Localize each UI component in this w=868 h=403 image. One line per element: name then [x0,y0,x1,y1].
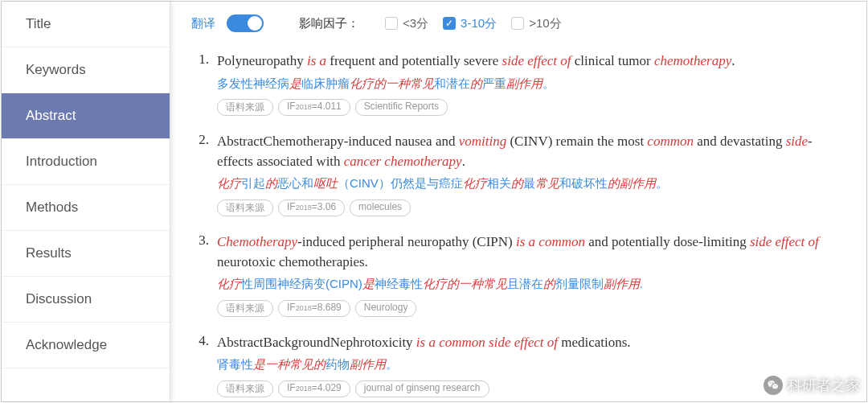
sentence-chinese: 化疗性周围神经病变(CIPN)是神经毒性化疗的一种常见且潜在的剂量限制副作用. [217,275,842,294]
sidebar-item-acknowledge[interactable]: Acknowledge [2,323,170,368]
filter-checkbox[interactable]: ✓3-10分 [443,16,497,31]
tag-impact-factor[interactable]: IF2018=4.011 [278,99,350,116]
sidebar-item-abstract[interactable]: Abstract [2,93,170,139]
result-entry: 1.Polyneuropathy is a frequent and poten… [191,51,842,116]
sidebar-item-keywords[interactable]: Keywords [2,47,170,93]
tag-impact-factor[interactable]: IF2018=4.029 [278,380,350,397]
tag-journal[interactable]: journal of ginseng research [355,380,489,397]
entry-tags: 语料来源IF2018=3.06molecules [217,199,842,216]
entry-number: 1. [191,51,209,116]
sidebar-item-results[interactable]: Results [2,231,170,277]
entry-number: 4. [191,333,209,397]
filter-label: 3-10分 [461,16,497,31]
main-content: 翻译 影响因子： <3分✓3-10分>10分 1.Polyneuropathy … [170,2,866,401]
sentence-english: AbstractChemotherapy-induced nausea and … [217,132,842,171]
filter-label: >10分 [529,16,561,31]
tag-impact-factor[interactable]: IF2018=3.06 [278,199,345,216]
sentence-chinese: 化疗引起的恶心和呕吐（CINV）仍然是与癌症化疗相关的最常见和破坏性的副作用。 [217,175,842,193]
sentence-chinese: 多发性神经病是临床肿瘤化疗的一种常见和潜在的严重副作用。 [217,75,842,93]
filter-checkbox[interactable]: >10分 [511,16,561,31]
sentence-chinese: 肾毒性是一种常见的药物副作用。 [217,356,842,374]
translate-toggle[interactable] [227,14,264,32]
entry-tags: 语料来源IF2018=8.689Neurology [217,300,842,317]
tag-journal[interactable]: Scientific Reports [355,99,448,116]
sidebar-item-title[interactable]: Title [2,2,170,47]
sidebar-item-introduction[interactable]: Introduction [2,139,170,185]
entry-number: 3. [191,232,209,317]
translate-label: 翻译 [191,16,215,31]
tag-source[interactable]: 语料来源 [217,99,273,116]
results-list: 1.Polyneuropathy is a frequent and poten… [191,51,842,397]
entry-tags: 语料来源IF2018=4.011Scientific Reports [217,99,842,116]
tag-journal[interactable]: Neurology [355,300,417,317]
entry-number: 2. [191,132,209,216]
toolbar: 翻译 影响因子： <3分✓3-10分>10分 [191,14,842,32]
tag-source[interactable]: 语料来源 [217,199,273,216]
filter-checkbox[interactable]: <3分 [385,16,428,31]
sentence-english: Polyneuropathy is a frequent and potenti… [217,51,842,72]
sidebar-item-methods[interactable]: Methods [2,185,170,231]
tag-source[interactable]: 语料来源 [217,380,273,397]
entry-tags: 语料来源IF2018=4.029journal of ginseng resea… [217,380,842,397]
result-entry: 4.AbstractBackgroundNephrotoxicity is a … [191,333,842,397]
filter-label: <3分 [403,16,428,31]
impact-factor-label: 影响因子： [299,16,359,31]
checkbox-icon: ✓ [443,17,456,30]
checkbox-icon [385,17,398,30]
tag-impact-factor[interactable]: IF2018=8.689 [278,300,350,317]
sidebar: TitleKeywordsAbstractIntroductionMethods… [2,2,170,401]
result-entry: 2.AbstractChemotherapy-induced nausea an… [191,132,842,216]
tag-source[interactable]: 语料来源 [217,300,273,317]
sentence-english: AbstractBackgroundNephrotoxicity is a co… [217,333,842,353]
checkbox-icon [511,17,524,30]
sidebar-item-discussion[interactable]: Discussion [2,277,170,323]
sentence-english: Chemotherapy-induced peripheral neuropat… [217,232,842,272]
result-entry: 3.Chemotherapy-induced peripheral neurop… [191,232,842,317]
tag-journal[interactable]: molecules [350,199,411,216]
